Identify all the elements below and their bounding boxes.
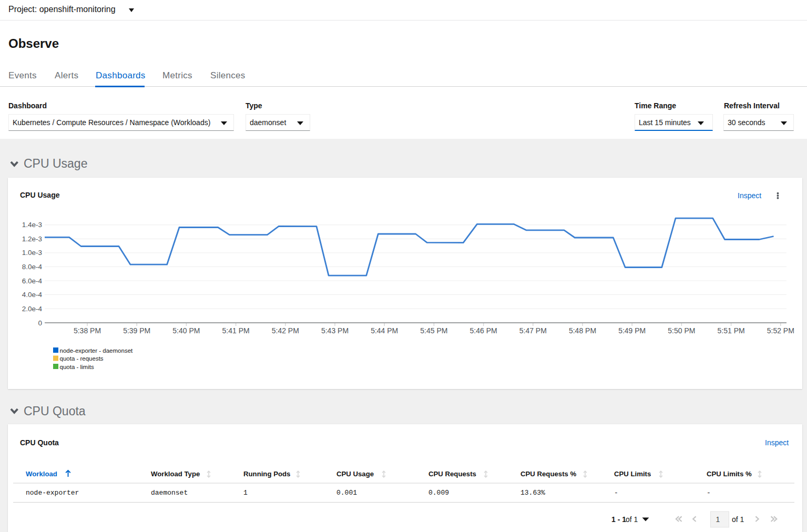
svg-text:5:48 PM: 5:48 PM — [569, 326, 596, 335]
svg-text:daemonset: daemonset — [151, 489, 188, 497]
svg-text:Workload Type: Workload Type — [151, 470, 200, 478]
svg-text:quota - requests: quota - requests — [60, 355, 104, 362]
svg-text:of 1: of 1 — [626, 515, 638, 524]
svg-text:5:52 PM: 5:52 PM — [767, 326, 794, 335]
svg-text:2.0e-4: 2.0e-4 — [22, 305, 43, 313]
svg-text:1.0e-3: 1.0e-3 — [22, 249, 42, 257]
svg-text:5:45 PM: 5:45 PM — [420, 326, 447, 335]
svg-text:5:43 PM: 5:43 PM — [321, 326, 349, 335]
svg-text:Workload: Workload — [26, 470, 57, 478]
svg-text:5:46 PM: 5:46 PM — [470, 326, 497, 335]
svg-text:1 - 1: 1 - 1 — [611, 515, 626, 524]
svg-text:CPU Usage: CPU Usage — [336, 470, 374, 478]
svg-text:Running Pods: Running Pods — [243, 470, 290, 478]
svg-text:5:39 PM: 5:39 PM — [123, 326, 150, 335]
svg-text:of 1: of 1 — [732, 515, 744, 524]
svg-text:5:51 PM: 5:51 PM — [718, 326, 745, 335]
svg-text:5:47 PM: 5:47 PM — [519, 326, 547, 335]
svg-text:1: 1 — [243, 489, 248, 497]
svg-text:node-exporter: node-exporter — [26, 489, 79, 497]
svg-text:1: 1 — [716, 515, 720, 524]
svg-text:5:50 PM: 5:50 PM — [668, 326, 695, 335]
svg-text:8.0e-4: 8.0e-4 — [22, 263, 43, 271]
svg-text:1.4e-3: 1.4e-3 — [22, 221, 42, 229]
svg-text:5:42 PM: 5:42 PM — [272, 326, 299, 335]
svg-text:0.001: 0.001 — [336, 489, 357, 497]
svg-text:node-exporter - daemonset: node-exporter - daemonset — [60, 347, 134, 354]
svg-text:-: - — [614, 489, 618, 497]
svg-text:CPU Limits %: CPU Limits % — [707, 470, 752, 478]
svg-text:quota - limits: quota - limits — [60, 364, 94, 370]
svg-text:5:40 PM: 5:40 PM — [172, 326, 200, 335]
svg-text:CPU Limits: CPU Limits — [614, 470, 651, 478]
svg-text:6.0e-4: 6.0e-4 — [22, 277, 43, 285]
svg-text:CPU Requests %: CPU Requests % — [520, 470, 577, 478]
svg-text:5:38 PM: 5:38 PM — [74, 326, 101, 335]
svg-text:4.0e-4: 4.0e-4 — [22, 291, 43, 299]
svg-text:0: 0 — [38, 319, 42, 327]
svg-text:5:49 PM: 5:49 PM — [618, 326, 646, 335]
svg-text:1.2e-3: 1.2e-3 — [22, 235, 42, 243]
svg-text:CPU Requests: CPU Requests — [428, 470, 476, 478]
svg-text:5:41 PM: 5:41 PM — [222, 326, 250, 335]
svg-text:-: - — [707, 489, 711, 497]
svg-text:0.009: 0.009 — [428, 489, 449, 497]
svg-text:5:44 PM: 5:44 PM — [371, 326, 398, 335]
svg-text:13.63%: 13.63% — [520, 489, 545, 497]
